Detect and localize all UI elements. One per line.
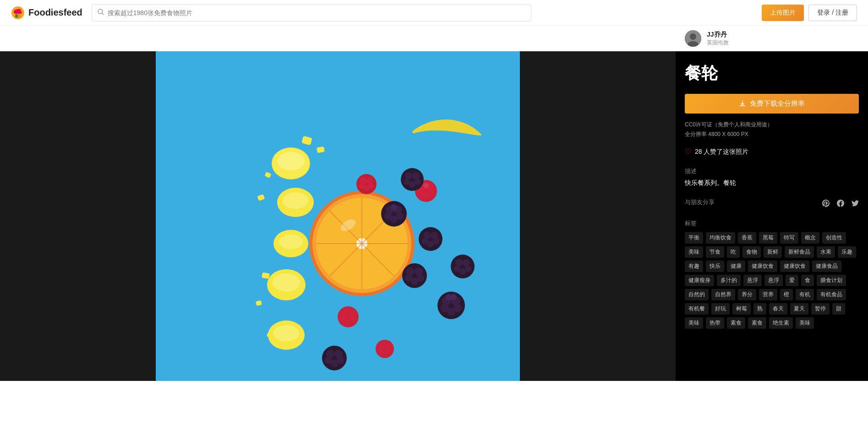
tag-item[interactable]: 好玩 [711, 303, 730, 315]
svg-point-59 [378, 348, 383, 353]
right-panel-content: 餐轮 免费下载全分辨率 CC0许可证（免费个人和商业用途） 全分辨率 4800 … [676, 51, 868, 381]
tag-item[interactable]: 新鲜食品 [785, 246, 814, 258]
svg-point-56 [376, 340, 394, 358]
svg-point-61 [382, 350, 387, 355]
search-input[interactable] [108, 9, 525, 16]
tag-item[interactable]: 营养 [759, 289, 777, 300]
avatar [685, 30, 701, 47]
tag-item[interactable]: 乐趣 [838, 246, 856, 258]
svg-point-94 [409, 181, 415, 188]
svg-point-44 [356, 174, 377, 194]
tags-wrap: 平衡均衡饮食香蕉黑莓特写概念创造性美味节食吃食物新鲜新鲜食品水果乐趣有趣快乐健康… [685, 232, 859, 329]
tag-item[interactable]: 水果 [817, 246, 835, 258]
share-section: 与朋友分享 [685, 198, 859, 210]
tag-item[interactable]: 美味 [685, 317, 703, 329]
tag-item[interactable]: 节食 [706, 246, 724, 258]
svg-point-41 [428, 190, 435, 196]
tag-item[interactable]: 健康 [727, 261, 745, 272]
author-bar: JJ乔丹 英国伦敦 [676, 26, 868, 51]
login-button[interactable]: 登录 / 注册 [808, 5, 857, 21]
main-layout: JJ乔丹 英国伦敦 餐轮 免费下载全分辨率 CC0许可证（免费个人和商业用途） … [0, 26, 868, 381]
tag-item[interactable]: 甜 [832, 303, 845, 315]
tag-item[interactable]: 多汁的 [717, 275, 741, 286]
svg-point-103 [463, 259, 470, 266]
tag-item[interactable]: 健康饮食 [748, 261, 777, 272]
tag-item[interactable]: 绝生素 [769, 317, 793, 329]
tag-item[interactable]: 悬浮 [764, 275, 783, 286]
tag-item[interactable]: 自然的 [685, 289, 709, 300]
tag-item[interactable]: 美味 [796, 317, 814, 329]
photo-title: 餐轮 [685, 62, 859, 85]
tag-item[interactable]: 热带 [706, 317, 724, 329]
tag-item[interactable]: 树莓 [732, 303, 751, 315]
likes-section: ♡ 28 人赞了这张照片 [685, 147, 859, 156]
tag-item[interactable]: 特写 [780, 232, 798, 244]
tag-item[interactable]: 爱 [786, 275, 798, 286]
tag-item[interactable]: 食 [801, 275, 814, 286]
pinterest-icon[interactable] [822, 200, 830, 209]
facebook-icon[interactable] [837, 200, 844, 209]
svg-point-25 [279, 234, 303, 249]
svg-point-106 [459, 268, 466, 275]
download-button[interactable]: 免费下载全分辨率 [685, 94, 859, 114]
tag-item[interactable]: 均衡饮食 [706, 232, 735, 244]
svg-point-71 [431, 232, 438, 239]
tag-item[interactable]: 自然界 [711, 289, 735, 300]
svg-line-4 [102, 13, 104, 15]
share-label: 与朋友分享 [685, 198, 715, 206]
search-bar [92, 4, 531, 22]
tag-item[interactable]: 橙 [780, 289, 793, 300]
tag-item[interactable]: 春天 [769, 303, 787, 315]
tag-item[interactable]: 素食 [727, 317, 745, 329]
svg-point-77 [415, 267, 423, 276]
description-label: 描述 [685, 167, 859, 175]
tag-item[interactable]: 平衡 [685, 232, 703, 244]
logo-area[interactable]: Foodiesfeed [11, 6, 82, 20]
tag-item[interactable]: 新鲜 [764, 246, 782, 258]
author-location: 英国伦敦 [707, 39, 729, 47]
tag-item[interactable]: 美味 [685, 246, 703, 258]
license-info: CC0许可证（免费个人和商业用途） [685, 121, 859, 129]
tag-item[interactable]: 健康食品 [812, 261, 841, 272]
tag-item[interactable]: 悬浮 [743, 275, 762, 286]
share-icons [822, 200, 859, 209]
svg-point-73 [433, 238, 439, 244]
tag-item[interactable]: 健康瘦身 [685, 275, 714, 286]
tag-item[interactable]: 熟 [753, 303, 766, 315]
tag-item[interactable]: 有机食品 [817, 289, 846, 300]
tag-item[interactable]: 概念 [801, 232, 819, 244]
tag-item[interactable]: 吃 [727, 246, 740, 258]
upload-button[interactable]: 上传图片 [762, 5, 804, 21]
tag-item[interactable]: 创造性 [822, 232, 846, 244]
tag-item[interactable]: 养分 [738, 289, 756, 300]
svg-point-43 [423, 183, 429, 188]
tag-item[interactable]: 食物 [742, 246, 761, 258]
svg-point-72 [422, 238, 428, 244]
tag-item[interactable]: 黑莓 [759, 232, 777, 244]
svg-point-46 [366, 178, 373, 184]
svg-point-40 [417, 190, 424, 196]
svg-point-90 [405, 172, 412, 179]
heart-icon[interactable]: ♡ [685, 147, 691, 156]
tag-item[interactable]: 夏天 [790, 303, 808, 315]
svg-point-101 [451, 255, 475, 278]
tag-item[interactable]: 香蕉 [738, 232, 756, 244]
svg-point-2 [18, 14, 21, 18]
tag-item[interactable]: 素食 [748, 317, 766, 329]
svg-point-53 [340, 316, 346, 321]
svg-point-52 [349, 310, 355, 316]
tag-item[interactable]: 快乐 [706, 261, 724, 272]
svg-point-97 [334, 350, 343, 358]
tag-item[interactable]: 暂停 [811, 303, 830, 315]
svg-point-67 [390, 216, 398, 223]
tag-item[interactable]: 有机餐 [685, 303, 709, 315]
svg-point-55 [345, 318, 351, 324]
twitter-icon[interactable] [852, 200, 859, 209]
tag-item[interactable]: 有趣 [685, 261, 703, 272]
image-section [0, 26, 676, 381]
tag-item[interactable]: 膳食计划 [817, 275, 846, 286]
svg-point-54 [350, 316, 356, 321]
tag-item[interactable]: 有机 [796, 289, 814, 300]
tag-item[interactable]: 健康饮食 [780, 261, 809, 272]
svg-point-51 [341, 310, 348, 316]
